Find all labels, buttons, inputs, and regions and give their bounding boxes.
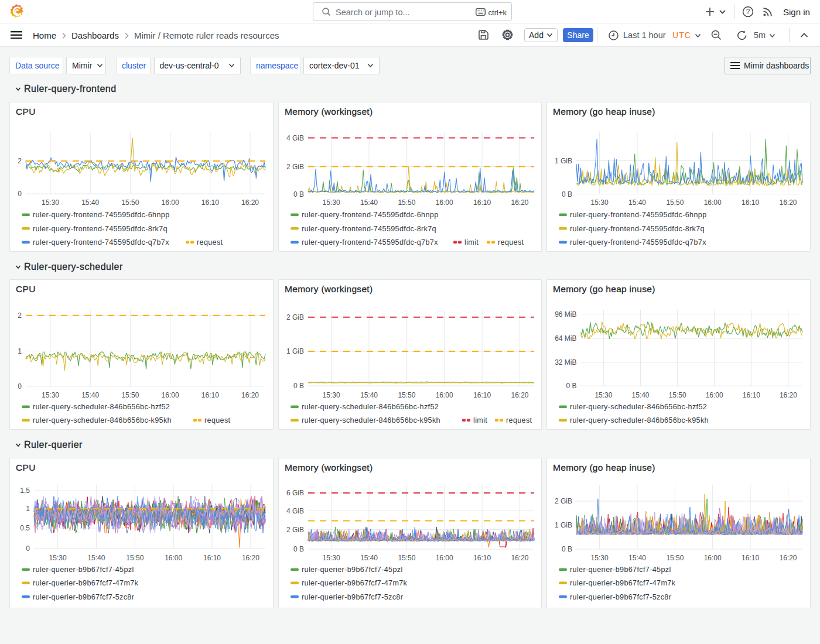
svg-text:ruler-querier-b9b67fcf7-45pzl: ruler-querier-b9b67fcf7-45pzl: [570, 566, 671, 574]
svg-text:96 MiB: 96 MiB: [555, 310, 576, 318]
svg-text:ruler-query-scheduler-846b656b: ruler-query-scheduler-846b656bc-k95kh: [570, 416, 709, 424]
svg-text:ruler-querier-b9b67fcf7-47m7k: ruler-querier-b9b67fcf7-47m7k: [570, 579, 676, 587]
svg-text:ruler-query-frontend-745595dfd: ruler-query-frontend-745595dfdc-6hnpp: [570, 211, 706, 219]
svg-text:16:10: 16:10: [743, 391, 760, 399]
svg-text:15:40: 15:40: [628, 554, 646, 562]
svg-text:CPU: CPU: [16, 107, 36, 117]
svg-text:16:20: 16:20: [511, 198, 528, 207]
svg-text:15:50: 15:50: [667, 554, 684, 562]
svg-text:0 B: 0 B: [293, 190, 304, 198]
svg-text:CPU: CPU: [16, 463, 36, 472]
svg-text:15:40: 15:40: [632, 391, 650, 399]
svg-text:64 MiB: 64 MiB: [555, 334, 576, 342]
svg-text:15:40: 15:40: [360, 198, 378, 207]
svg-text:16:00: 16:00: [162, 391, 179, 399]
svg-text:15:50: 15:50: [121, 391, 139, 399]
svg-text:0 B: 0 B: [566, 382, 577, 390]
svg-text:15:50: 15:50: [121, 198, 139, 207]
svg-text:ruler-query-scheduler-846b656b: ruler-query-scheduler-846b656bc-k95kh: [33, 416, 172, 424]
svg-text:0 B: 0 B: [562, 545, 572, 553]
svg-text:16:00: 16:00: [435, 554, 453, 562]
svg-text:ruler-query-frontend-745595dfd: ruler-query-frontend-745595dfdc-6hnpp: [33, 211, 169, 219]
svg-text:6 GiB: 6 GiB: [286, 489, 304, 497]
svg-text:15:40: 15:40: [360, 554, 378, 562]
svg-text:1.5: 1.5: [20, 487, 30, 495]
svg-text:16:10: 16:10: [201, 391, 219, 399]
svg-text:16:20: 16:20: [780, 198, 797, 207]
svg-text:request: request: [204, 416, 231, 424]
svg-text:16:00: 16:00: [435, 391, 453, 399]
svg-text:16:00: 16:00: [435, 198, 453, 207]
svg-text:ruler-querier-b9b67fcf7-5zc8r: ruler-querier-b9b67fcf7-5zc8r: [33, 593, 134, 601]
svg-text:15:50: 15:50: [398, 391, 415, 399]
svg-text:1: 1: [18, 347, 22, 355]
svg-text:15:40: 15:40: [81, 198, 99, 207]
svg-text:16:20: 16:20: [780, 554, 797, 562]
svg-text:16:20: 16:20: [780, 391, 797, 399]
svg-text:ruler-querier-b9b67fcf7-47m7k: ruler-querier-b9b67fcf7-47m7k: [33, 579, 139, 587]
svg-text:16:20: 16:20: [511, 554, 528, 562]
svg-text:16:10: 16:10: [473, 198, 491, 207]
svg-text:16:20: 16:20: [242, 554, 259, 562]
svg-text:15:40: 15:40: [87, 554, 105, 562]
svg-text:0 B: 0 B: [293, 545, 304, 553]
svg-text:ruler-query-frontend-745595dfd: ruler-query-frontend-745595dfdc-8rk7q: [570, 225, 705, 233]
svg-text:2 GiB: 2 GiB: [555, 497, 572, 505]
svg-text:Memory (go heap inuse): Memory (go heap inuse): [553, 284, 655, 294]
svg-text:15:30: 15:30: [322, 198, 340, 207]
svg-text:15:30: 15:30: [591, 198, 609, 207]
svg-text:15:30: 15:30: [591, 554, 609, 562]
svg-text:ruler-query-scheduler-846b656b: ruler-query-scheduler-846b656bc-hzf52: [33, 403, 170, 411]
svg-text:0: 0: [18, 382, 22, 390]
svg-text:?: ?: [746, 8, 750, 16]
svg-text:0.5: 0.5: [20, 524, 30, 532]
svg-text:16:00: 16:00: [706, 391, 723, 399]
svg-text:1 GiB: 1 GiB: [555, 157, 572, 165]
svg-text:ruler-querier-b9b67fcf7-5zc8r: ruler-querier-b9b67fcf7-5zc8r: [570, 593, 671, 601]
svg-text:0 B: 0 B: [562, 190, 572, 198]
svg-text:ruler-query-scheduler-846b656b: ruler-query-scheduler-846b656bc-hzf52: [570, 403, 707, 411]
svg-text:2 GiB: 2 GiB: [286, 163, 304, 171]
svg-text:16:00: 16:00: [704, 198, 722, 207]
svg-text:16:10: 16:10: [473, 391, 491, 399]
svg-text:0 B: 0 B: [293, 382, 304, 390]
svg-text:1 GiB: 1 GiB: [555, 521, 572, 529]
svg-text:15:50: 15:50: [398, 554, 415, 562]
svg-text:1: 1: [26, 505, 30, 513]
svg-text:ruler-query-frontend-745595dfd: ruler-query-frontend-745595dfdc-q7b7x: [302, 238, 438, 246]
svg-text:16:10: 16:10: [203, 554, 221, 562]
svg-text:limit: limit: [464, 238, 479, 246]
svg-text:15:50: 15:50: [667, 198, 684, 207]
svg-text:4 GiB: 4 GiB: [286, 507, 304, 515]
svg-text:15:30: 15:30: [42, 391, 59, 399]
svg-text:2 GiB: 2 GiB: [286, 313, 304, 321]
svg-text:ruler-querier-b9b67fcf7-45pzl: ruler-querier-b9b67fcf7-45pzl: [33, 566, 134, 574]
svg-text:15:50: 15:50: [669, 391, 686, 399]
svg-text:0: 0: [26, 544, 30, 553]
svg-text:ruler-query-scheduler-846b656b: ruler-query-scheduler-846b656bc-k95kh: [302, 416, 440, 424]
svg-text:15:40: 15:40: [360, 391, 378, 399]
svg-text:15:30: 15:30: [49, 554, 67, 562]
svg-text:16:20: 16:20: [511, 391, 528, 399]
svg-text:Memory (workingset): Memory (workingset): [285, 463, 373, 472]
svg-text:16:20: 16:20: [241, 391, 259, 399]
svg-text:15:40: 15:40: [81, 391, 99, 399]
svg-text:16:00: 16:00: [704, 554, 722, 562]
svg-text:ruler-querier-b9b67fcf7-47m7k: ruler-querier-b9b67fcf7-47m7k: [302, 579, 408, 587]
svg-text:Memory (workingset): Memory (workingset): [285, 284, 373, 294]
svg-text:16:10: 16:10: [201, 198, 219, 207]
svg-text:15:30: 15:30: [322, 554, 340, 562]
svg-text:16:10: 16:10: [742, 198, 759, 207]
svg-text:ruler-query-frontend-745595dfd: ruler-query-frontend-745595dfdc-8rk7q: [33, 225, 168, 233]
svg-text:ruler-query-frontend-745595dfd: ruler-query-frontend-745595dfdc-q7b7x: [33, 238, 169, 246]
svg-text:ruler-query-frontend-745595dfd: ruler-query-frontend-745595dfdc-q7b7x: [570, 238, 706, 246]
svg-text:32 MiB: 32 MiB: [555, 358, 576, 366]
svg-text:15:50: 15:50: [126, 554, 144, 562]
svg-text:Memory (workingset): Memory (workingset): [285, 107, 373, 117]
svg-text:2 GiB: 2 GiB: [286, 526, 304, 534]
svg-text:15:50: 15:50: [398, 198, 415, 207]
svg-text:request: request: [197, 238, 223, 246]
svg-text:16:00: 16:00: [165, 554, 182, 562]
svg-text:0: 0: [18, 190, 22, 198]
svg-text:1 GiB: 1 GiB: [286, 347, 304, 355]
